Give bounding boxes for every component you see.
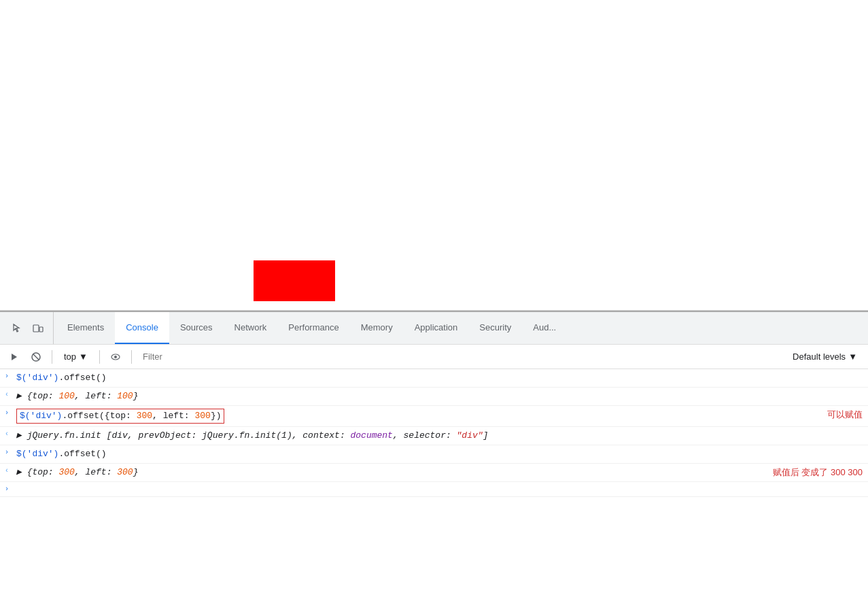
stop-icon-btn[interactable]	[27, 348, 45, 366]
tab-performance[interactable]: Performance	[277, 312, 349, 344]
devtools-tab-bar: Elements Console Sources Network Perform…	[0, 312, 868, 345]
line-content-3: $('div').offset({top: 300, left: 300})	[14, 407, 822, 425]
console-line-2: ‹ ▶ {top: 100, left: 100}	[0, 388, 868, 406]
line-arrow-5[interactable]: ›	[0, 447, 14, 456]
tab-network[interactable]: Network	[224, 312, 278, 344]
line-arrow-3[interactable]: ›	[0, 407, 14, 417]
tab-security[interactable]: Security	[468, 312, 522, 344]
console-line-4: ‹ ▶ jQuery.fn.init [div, prevObject: jQu…	[0, 427, 868, 445]
svg-marker-2	[12, 354, 17, 360]
play-icon-btn[interactable]	[5, 348, 23, 366]
console-line-5: › $('div').offset()	[0, 445, 868, 464]
console-line-6: ‹ ▶ {top: 300, left: 300} 赋值后 变成了 300 30…	[0, 464, 868, 482]
tab-application[interactable]: Application	[404, 312, 469, 344]
toolbar-separator-3	[131, 350, 132, 364]
browser-viewport	[0, 0, 868, 311]
context-dropdown-arrow: ▼	[79, 352, 88, 362]
levels-dropdown[interactable]: Default levels ▼	[787, 350, 863, 363]
line-content-2: ▶ {top: 100, left: 100}	[14, 389, 868, 404]
svg-rect-0	[33, 325, 39, 332]
line-annotation-3: 可以赋值	[822, 407, 868, 422]
console-input[interactable]	[14, 483, 868, 494]
devtools-panel: Elements Console Sources Network Perform…	[0, 311, 868, 599]
line-arrow-4[interactable]: ‹	[0, 428, 14, 438]
tab-memory[interactable]: Memory	[350, 312, 404, 344]
devtools-toolbar-icons	[3, 312, 54, 344]
line-content-5: $('div').offset()	[14, 447, 868, 462]
filter-input[interactable]	[139, 349, 783, 365]
console-line-3: › $('div').offset({top: 300, left: 300})…	[0, 406, 868, 427]
line-content-4: ▶ jQuery.fn.init [div, prevObject: jQuer…	[14, 428, 868, 443]
input-prompt-arrow: ›	[0, 483, 14, 493]
line-arrow-6[interactable]: ‹	[0, 465, 14, 475]
context-selector[interactable]: top ▼	[59, 349, 92, 364]
console-output: › $('div').offset() ‹ ▶ {top: 100, left:…	[0, 369, 868, 599]
red-box	[254, 260, 335, 301]
svg-point-6	[114, 356, 117, 358]
svg-line-4	[33, 354, 39, 360]
line-content-1: $('div').offset()	[14, 371, 868, 386]
console-toolbar: top ▼ Default levels ▼	[0, 345, 868, 369]
tab-console[interactable]: Console	[115, 312, 169, 344]
line-arrow-2[interactable]: ‹	[0, 389, 14, 398]
tab-audits[interactable]: Aud...	[522, 312, 567, 344]
toolbar-separator-1	[52, 350, 52, 364]
eye-icon-btn[interactable]	[107, 348, 124, 366]
console-input-line: ›	[0, 482, 868, 497]
device-icon-btn[interactable]	[29, 319, 48, 338]
line-content-6: ▶ {top: 300, left: 300}	[14, 465, 767, 480]
cursor-icon-btn[interactable]	[8, 319, 27, 338]
svg-rect-1	[39, 327, 43, 332]
console-line-1: › $('div').offset()	[0, 369, 868, 388]
line-arrow-1[interactable]: ›	[0, 371, 14, 380]
line-annotation-6: 赋值后 变成了 300 300	[767, 465, 868, 480]
toolbar-separator-2	[99, 350, 100, 364]
tab-sources[interactable]: Sources	[169, 312, 224, 344]
levels-dropdown-arrow: ▼	[848, 352, 857, 362]
tab-elements[interactable]: Elements	[56, 312, 115, 344]
devtools-tabs: Elements Console Sources Network Perform…	[56, 312, 567, 344]
